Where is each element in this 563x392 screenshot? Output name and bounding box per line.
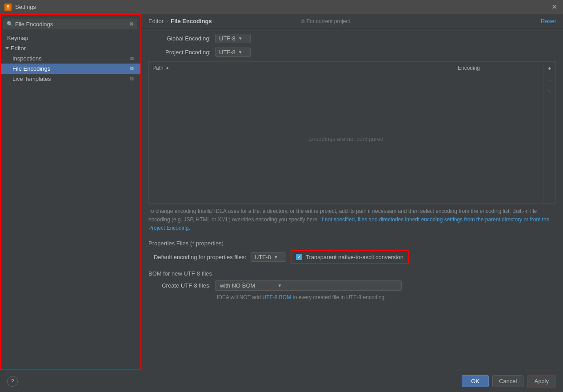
sidebar-item-file-encodings[interactable]: File Encodings ⧉ bbox=[0, 64, 141, 74]
sidebar: 🔍 ✕ Keymap Editor Inspections ⧉ File Enc… bbox=[0, 14, 141, 370]
bom-section-label: BOM for new UTF-8 files bbox=[148, 270, 556, 277]
create-utf8-value: with NO BOM bbox=[220, 282, 255, 289]
project-note-label: For current project bbox=[307, 18, 350, 24]
copy-icon-inspections: ⧉ bbox=[130, 56, 134, 61]
add-row-button[interactable]: + bbox=[545, 64, 555, 73]
bom-note-suffix: to every created file in UTF-8 encoding bbox=[291, 294, 384, 300]
sidebar-group-editor[interactable]: Editor bbox=[0, 43, 141, 53]
table-empty-message: Encodings are not configured bbox=[308, 136, 383, 142]
footer-right: OK Cancel Apply bbox=[462, 375, 556, 388]
global-encoding-arrow: ▼ bbox=[238, 36, 243, 41]
breadcrumb-separator: › bbox=[166, 18, 168, 24]
bom-note-link: UTF-8 BOM bbox=[262, 294, 291, 300]
edit-row-button[interactable]: ✎ bbox=[545, 87, 555, 96]
project-note: ⧉ For current project bbox=[301, 18, 350, 24]
transparent-conversion-label: Transparent native-to-ascii conversion bbox=[306, 254, 403, 260]
bom-dropdown-arrow: ▼ bbox=[277, 283, 282, 288]
search-icon: 🔍 bbox=[7, 21, 13, 27]
sidebar-item-keymap[interactable]: Keymap bbox=[0, 33, 141, 43]
settings-body: Global Encoding: UTF-8 ▼ Project Encodin… bbox=[141, 28, 563, 370]
copy-icon-small: ⧉ bbox=[301, 18, 305, 24]
properties-encoding-dropdown[interactable]: UTF-8 ▼ bbox=[251, 252, 286, 262]
sidebar-item-inspections[interactable]: Inspections ⧉ bbox=[0, 53, 141, 64]
properties-encoding-label: Default encoding for properties files: bbox=[148, 254, 246, 260]
title-bar-left: S Settings bbox=[4, 4, 36, 11]
properties-encoding-arrow: ▼ bbox=[274, 255, 278, 260]
global-encoding-value: UTF-8 bbox=[219, 35, 236, 42]
sort-arrow: ▲ bbox=[165, 65, 170, 70]
sidebar-item-live-templates[interactable]: Live Templates ⧉ bbox=[0, 74, 141, 84]
help-button[interactable]: ? bbox=[7, 376, 18, 387]
search-input[interactable] bbox=[15, 21, 127, 28]
bom-note: IDEA will NOT add UTF-8 BOM to every cre… bbox=[217, 294, 556, 300]
bom-row: Create UTF-8 files: with NO BOM ▼ bbox=[148, 280, 556, 291]
breadcrumb-parent: Editor bbox=[148, 18, 164, 24]
sidebar-item-live-templates-label: Live Templates bbox=[12, 76, 51, 82]
sidebar-group-editor-label: Editor bbox=[11, 45, 26, 52]
col-path-label: Path bbox=[152, 65, 164, 71]
create-utf8-dropdown[interactable]: with NO BOM ▼ bbox=[215, 280, 402, 291]
project-encoding-row: Project Encoding: UTF-8 ▼ bbox=[148, 48, 556, 57]
col-encoding-header: Encoding bbox=[454, 62, 543, 74]
breadcrumb: Editor › File Encodings bbox=[148, 18, 212, 24]
help-text: To change encoding IntelliJ IDEA uses fo… bbox=[148, 207, 556, 233]
global-encoding-dropdown[interactable]: UTF-8 ▼ bbox=[215, 34, 251, 43]
col-encoding-label: Encoding bbox=[458, 65, 480, 71]
breadcrumb-current: File Encodings bbox=[171, 18, 212, 24]
apply-button[interactable]: Apply bbox=[527, 375, 556, 388]
sidebar-item-inspections-label: Inspections bbox=[12, 55, 42, 62]
properties-encoding-value: UTF-8 bbox=[255, 254, 271, 260]
window-title: Settings bbox=[15, 4, 36, 10]
footer: ? OK Cancel Apply bbox=[0, 370, 563, 392]
col-path-header: Path ▲ bbox=[149, 62, 454, 74]
project-encoding-dropdown[interactable]: UTF-8 ▼ bbox=[215, 48, 251, 57]
project-encoding-arrow: ▼ bbox=[238, 50, 243, 55]
properties-section-label: Properties Files (*.properties) bbox=[148, 240, 556, 247]
copy-icon-live-templates: ⧉ bbox=[130, 76, 134, 82]
table-header: Path ▲ Encoding bbox=[149, 62, 543, 74]
copy-icon-file-encodings: ⧉ bbox=[130, 66, 134, 72]
search-bar[interactable]: 🔍 ✕ bbox=[4, 19, 137, 29]
footer-left: ? bbox=[7, 376, 18, 387]
cancel-button[interactable]: Cancel bbox=[492, 375, 523, 387]
sidebar-item-file-encodings-label: File Encodings bbox=[12, 65, 50, 72]
ok-button[interactable]: OK bbox=[462, 375, 489, 387]
global-encoding-row: Global Encoding: UTF-8 ▼ bbox=[148, 34, 556, 43]
global-encoding-label: Global Encoding: bbox=[148, 35, 211, 42]
bom-section: BOM for new UTF-8 files Create UTF-8 fil… bbox=[148, 270, 556, 300]
sidebar-item-keymap-label: Keymap bbox=[7, 35, 28, 41]
create-utf8-label: Create UTF-8 files: bbox=[148, 282, 211, 289]
main-container: 🔍 ✕ Keymap Editor Inspections ⧉ File Enc… bbox=[0, 14, 563, 370]
reset-button[interactable]: Reset bbox=[541, 18, 556, 24]
table-body: Encodings are not configured bbox=[149, 74, 543, 203]
content-area: Editor › File Encodings ⧉ For current pr… bbox=[141, 14, 563, 370]
expand-icon bbox=[5, 47, 9, 49]
remove-row-button[interactable]: − bbox=[545, 75, 555, 85]
transparent-conversion-checkbox[interactable]: ✓ bbox=[296, 254, 302, 260]
project-encoding-value: UTF-8 bbox=[219, 49, 236, 56]
properties-encoding-row: Default encoding for properties files: U… bbox=[148, 250, 556, 264]
help-link: If not specified, files and directories … bbox=[148, 216, 549, 231]
bom-note-prefix: IDEA will NOT add bbox=[217, 294, 262, 300]
table-main: Path ▲ Encoding Encodings are not config… bbox=[149, 62, 543, 203]
transparent-conversion-container: ✓ Transparent native-to-ascii conversion bbox=[291, 250, 409, 264]
close-button[interactable]: ✕ bbox=[550, 3, 559, 11]
table-controls: + − ✎ bbox=[543, 62, 555, 203]
clear-search-icon[interactable]: ✕ bbox=[129, 20, 134, 28]
app-icon: S bbox=[4, 4, 12, 11]
checkbox-tick: ✓ bbox=[297, 255, 301, 260]
encodings-table: Path ▲ Encoding Encodings are not config… bbox=[148, 61, 556, 204]
project-encoding-label: Project Encoding: bbox=[148, 49, 211, 56]
title-bar: S Settings ✕ bbox=[0, 0, 563, 14]
breadcrumb-bar: Editor › File Encodings ⧉ For current pr… bbox=[141, 14, 563, 28]
